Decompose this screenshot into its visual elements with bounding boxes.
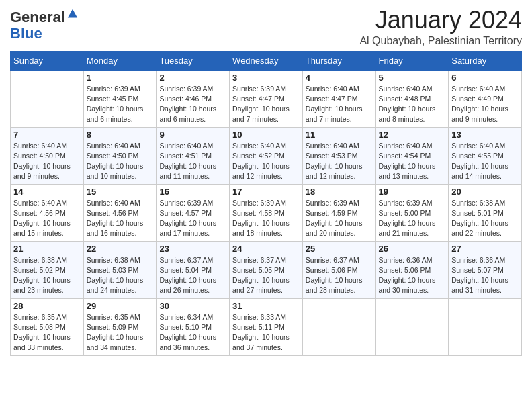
day-info: Sunrise: 6:37 AMSunset: 5:06 PMDaylight:…: [306, 255, 373, 296]
day-number: 29: [87, 301, 154, 311]
daylight-text: Daylight: 10 hours and 34 minutes.: [87, 332, 154, 353]
sunset-text: Sunset: 4:59 PM: [306, 208, 373, 218]
calendar-cell: 11Sunrise: 6:40 AMSunset: 4:53 PMDayligh…: [302, 127, 375, 184]
calendar-week-row: 21Sunrise: 6:38 AMSunset: 5:02 PMDayligh…: [11, 241, 522, 298]
day-info: Sunrise: 6:40 AMSunset: 4:55 PMDaylight:…: [451, 141, 519, 182]
day-info: Sunrise: 6:38 AMSunset: 5:01 PMDaylight:…: [451, 198, 519, 239]
day-info: Sunrise: 6:39 AMSunset: 4:47 PMDaylight:…: [232, 84, 300, 125]
day-number: 9: [159, 130, 226, 140]
calendar-cell: 30Sunrise: 6:34 AMSunset: 5:10 PMDayligh…: [157, 298, 230, 355]
daylight-text: Daylight: 10 hours and 12 minutes.: [232, 161, 300, 181]
sunrise-text: Sunrise: 6:37 AM: [306, 255, 373, 265]
sunrise-text: Sunrise: 6:38 AM: [13, 255, 81, 265]
sunset-text: Sunset: 4:56 PM: [87, 208, 154, 218]
calendar-cell: [302, 298, 375, 355]
day-info: Sunrise: 6:40 AMSunset: 4:50 PMDaylight:…: [13, 141, 81, 182]
sunset-text: Sunset: 5:09 PM: [87, 322, 154, 332]
sunrise-text: Sunrise: 6:40 AM: [13, 198, 81, 208]
sunrise-text: Sunrise: 6:39 AM: [232, 198, 300, 208]
day-number: 28: [13, 301, 81, 311]
day-number: 12: [379, 130, 446, 140]
sunset-text: Sunset: 5:04 PM: [159, 265, 226, 275]
sunrise-text: Sunrise: 6:40 AM: [451, 141, 519, 151]
day-number: 18: [306, 187, 373, 197]
day-number: 20: [451, 187, 519, 197]
daylight-text: Daylight: 10 hours and 17 minutes.: [159, 218, 226, 238]
calendar-header-row: SundayMondayTuesdayWednesdayThursdayFrid…: [11, 51, 522, 70]
calendar-cell: 6Sunrise: 6:40 AMSunset: 4:49 PMDaylight…: [449, 70, 522, 127]
sunrise-text: Sunrise: 6:39 AM: [159, 198, 226, 208]
column-header-wednesday: Wednesday: [230, 51, 303, 70]
day-info: Sunrise: 6:35 AMSunset: 5:08 PMDaylight:…: [13, 312, 81, 353]
sunset-text: Sunset: 5:10 PM: [159, 322, 226, 332]
calendar-cell: 26Sunrise: 6:36 AMSunset: 5:06 PMDayligh…: [375, 241, 449, 298]
day-info: Sunrise: 6:40 AMSunset: 4:47 PMDaylight:…: [306, 84, 373, 125]
calendar-cell: 13Sunrise: 6:40 AMSunset: 4:55 PMDayligh…: [449, 127, 522, 184]
day-info: Sunrise: 6:38 AMSunset: 5:03 PMDaylight:…: [87, 255, 154, 296]
calendar-cell: 1Sunrise: 6:39 AMSunset: 4:45 PMDaylight…: [83, 70, 157, 127]
sunset-text: Sunset: 4:56 PM: [13, 208, 81, 218]
column-header-sunday: Sunday: [11, 51, 84, 70]
daylight-text: Daylight: 10 hours and 30 minutes.: [379, 275, 446, 295]
sunset-text: Sunset: 5:06 PM: [379, 265, 446, 275]
day-number: 7: [13, 130, 81, 140]
day-info: Sunrise: 6:40 AMSunset: 4:56 PMDaylight:…: [13, 198, 81, 239]
calendar-cell: [375, 298, 449, 355]
sunset-text: Sunset: 5:07 PM: [451, 265, 519, 275]
sunset-text: Sunset: 4:57 PM: [159, 208, 226, 218]
sunset-text: Sunset: 4:54 PM: [379, 151, 446, 161]
calendar-cell: 10Sunrise: 6:40 AMSunset: 4:52 PMDayligh…: [230, 127, 303, 184]
calendar-cell: 28Sunrise: 6:35 AMSunset: 5:08 PMDayligh…: [11, 298, 84, 355]
day-number: 8: [87, 130, 154, 140]
day-info: Sunrise: 6:37 AMSunset: 5:05 PMDaylight:…: [232, 255, 300, 296]
sunrise-text: Sunrise: 6:39 AM: [379, 198, 446, 208]
sunrise-text: Sunrise: 6:36 AM: [451, 255, 519, 265]
column-header-tuesday: Tuesday: [157, 51, 230, 70]
daylight-text: Daylight: 10 hours and 37 minutes.: [232, 332, 300, 353]
calendar-cell: 15Sunrise: 6:40 AMSunset: 4:56 PMDayligh…: [83, 184, 157, 241]
day-info: Sunrise: 6:33 AMSunset: 5:11 PMDaylight:…: [232, 312, 300, 353]
day-info: Sunrise: 6:40 AMSunset: 4:51 PMDaylight:…: [159, 141, 226, 182]
calendar-cell: 29Sunrise: 6:35 AMSunset: 5:09 PMDayligh…: [83, 298, 157, 355]
header: General Blue January 2024 Al Qubaybah, P…: [10, 7, 522, 47]
day-number: 14: [13, 187, 81, 197]
sunrise-text: Sunrise: 6:40 AM: [451, 84, 519, 94]
sunset-text: Sunset: 4:45 PM: [87, 94, 154, 104]
calendar-cell: 22Sunrise: 6:38 AMSunset: 5:03 PMDayligh…: [83, 241, 157, 298]
logo-general-text: General: [10, 9, 65, 26]
calendar-cell: 19Sunrise: 6:39 AMSunset: 5:00 PMDayligh…: [375, 184, 449, 241]
sunrise-text: Sunrise: 6:39 AM: [159, 84, 226, 94]
sunset-text: Sunset: 4:55 PM: [451, 151, 519, 161]
daylight-text: Daylight: 10 hours and 12 minutes.: [306, 161, 373, 181]
logo-blue-text: Blue: [10, 25, 42, 42]
calendar-cell: 23Sunrise: 6:37 AMSunset: 5:04 PMDayligh…: [157, 241, 230, 298]
day-info: Sunrise: 6:40 AMSunset: 4:48 PMDaylight:…: [379, 84, 446, 125]
sunset-text: Sunset: 4:52 PM: [232, 151, 300, 161]
sunrise-text: Sunrise: 6:38 AM: [451, 198, 519, 208]
day-info: Sunrise: 6:40 AMSunset: 4:53 PMDaylight:…: [306, 141, 373, 182]
daylight-text: Daylight: 10 hours and 6 minutes.: [159, 104, 226, 124]
day-number: 2: [159, 73, 226, 83]
calendar-week-row: 28Sunrise: 6:35 AMSunset: 5:08 PMDayligh…: [11, 298, 522, 355]
daylight-text: Daylight: 10 hours and 7 minutes.: [232, 104, 300, 124]
sunset-text: Sunset: 4:51 PM: [159, 151, 226, 161]
calendar-cell: 7Sunrise: 6:40 AMSunset: 4:50 PMDaylight…: [11, 127, 84, 184]
calendar-cell: 16Sunrise: 6:39 AMSunset: 4:57 PMDayligh…: [157, 184, 230, 241]
daylight-text: Daylight: 10 hours and 36 minutes.: [159, 332, 226, 353]
daylight-text: Daylight: 10 hours and 26 minutes.: [159, 275, 226, 295]
day-number: 24: [232, 244, 300, 254]
calendar-cell: 2Sunrise: 6:39 AMSunset: 4:46 PMDaylight…: [157, 70, 230, 127]
day-info: Sunrise: 6:39 AMSunset: 4:58 PMDaylight:…: [232, 198, 300, 239]
day-info: Sunrise: 6:39 AMSunset: 4:45 PMDaylight:…: [87, 84, 154, 125]
day-number: 15: [87, 187, 154, 197]
sunrise-text: Sunrise: 6:34 AM: [159, 312, 226, 322]
calendar-cell: 27Sunrise: 6:36 AMSunset: 5:07 PMDayligh…: [449, 241, 522, 298]
sunset-text: Sunset: 5:08 PM: [13, 322, 81, 332]
day-info: Sunrise: 6:40 AMSunset: 4:52 PMDaylight:…: [232, 141, 300, 182]
calendar-week-row: 7Sunrise: 6:40 AMSunset: 4:50 PMDaylight…: [11, 127, 522, 184]
sunset-text: Sunset: 5:11 PM: [232, 322, 300, 332]
daylight-text: Daylight: 10 hours and 27 minutes.: [232, 275, 300, 295]
sunset-text: Sunset: 5:02 PM: [13, 265, 81, 275]
day-info: Sunrise: 6:40 AMSunset: 4:49 PMDaylight:…: [451, 84, 519, 125]
daylight-text: Daylight: 10 hours and 8 minutes.: [379, 104, 446, 124]
